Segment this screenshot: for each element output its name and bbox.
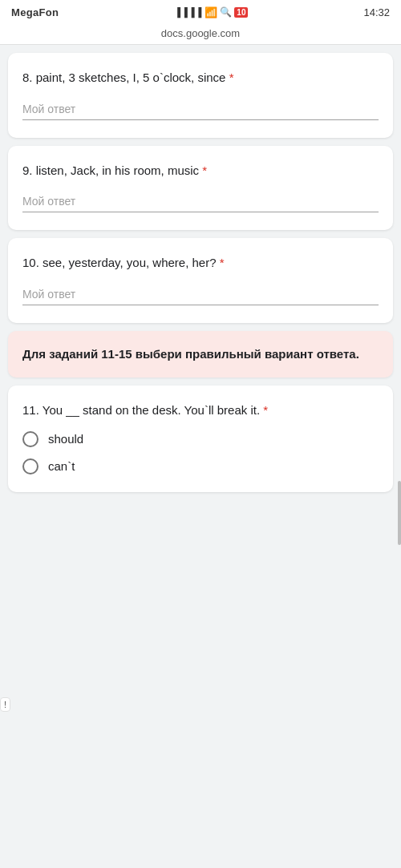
question-8-text: 8. paint, 3 sketches, I, 5 o`clock, sinc… — [22, 69, 379, 87]
question-9-answer-area[interactable]: Мой ответ — [22, 194, 379, 212]
battery-level: 10 — [234, 7, 248, 18]
question-8-answer-area[interactable]: Мой ответ — [22, 102, 379, 120]
question-10-number: 10. — [22, 256, 39, 269]
radio-option-should[interactable]: should — [22, 431, 379, 447]
address-bar[interactable]: docs.google.com — [0, 24, 401, 45]
radio-button-should[interactable] — [22, 431, 38, 447]
url-text: docs.google.com — [161, 27, 240, 39]
notification-badge: ! — [0, 697, 10, 712]
question-9-required: * — [202, 164, 207, 177]
carrier-name: MegaFon — [11, 6, 59, 18]
question-8-content: paint, 3 sketches, I, 5 o`clock, since — [36, 71, 229, 84]
question-10-content: see, yesterday, you, where, her? — [43, 256, 220, 269]
question-10-answer-area[interactable]: Мой ответ — [22, 287, 379, 305]
question-9-number: 9. — [22, 164, 33, 177]
question-11-content: You __ stand on the desk. You`ll break i… — [43, 403, 263, 417]
question-9-text: 9. listen, Jack, in his room, music * — [22, 162, 379, 180]
radio-label-cant: can`t — [48, 459, 75, 473]
question-10-required: * — [220, 256, 225, 269]
question-8-number: 8. — [22, 71, 33, 84]
question-8-placeholder: Мой ответ — [22, 103, 75, 115]
radio-button-cant[interactable] — [22, 458, 38, 474]
scrollbar[interactable] — [398, 481, 401, 545]
radio-label-should: should — [48, 432, 83, 446]
search-icon: 🔍 — [220, 6, 232, 18]
question-9-placeholder: Мой ответ — [22, 195, 75, 208]
signal-icon: ▐▐▐▐ — [174, 7, 202, 17]
question-card-11: 11. You __ stand on the desk. You`ll bre… — [8, 386, 393, 492]
question-9-content: listen, Jack, in his room, music — [36, 164, 203, 177]
radio-option-cant[interactable]: can`t — [22, 458, 379, 474]
status-icons: ▐▐▐▐ 📶 🔍 10 — [174, 6, 248, 18]
question-card-9: 9. listen, Jack, in his room, music * Мо… — [8, 146, 393, 231]
time-display: 14:32 — [363, 6, 390, 18]
question-11-required: * — [263, 403, 268, 417]
instruction-card: Для заданий 11-15 выбери правильный вари… — [8, 331, 393, 378]
status-bar: MegaFon ▐▐▐▐ 📶 🔍 10 14:32 — [0, 0, 401, 24]
instruction-text: Для заданий 11-15 выбери правильный вари… — [22, 345, 379, 364]
page-content: 8. paint, 3 sketches, I, 5 o`clock, sinc… — [0, 53, 401, 492]
wifi-icon: 📶 — [205, 6, 217, 18]
question-10-text: 10. see, yesterday, you, where, her? * — [22, 254, 379, 273]
question-10-placeholder: Мой ответ — [22, 288, 75, 301]
question-card-8: 8. paint, 3 sketches, I, 5 o`clock, sinc… — [8, 53, 393, 138]
question-8-required: * — [229, 71, 234, 84]
question-11-number: 11. — [22, 403, 39, 417]
question-card-10: 10. see, yesterday, you, where, her? * М… — [8, 238, 393, 323]
question-11-text: 11. You __ stand on the desk. You`ll bre… — [22, 402, 379, 420]
